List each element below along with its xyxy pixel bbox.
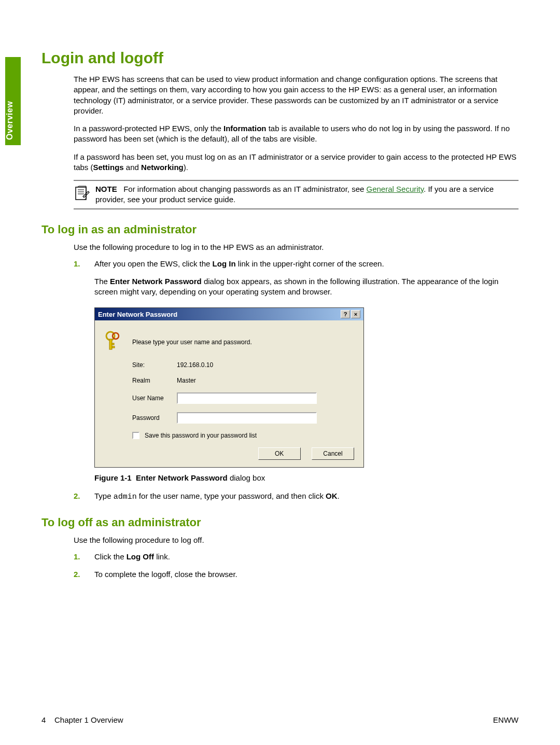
login-step-1: After you open the EWS, click the Log In…: [74, 259, 519, 298]
footer-left: 4 Chapter 1 Overview: [41, 715, 123, 724]
intro-p1: The HP EWS has screens that can be used …: [74, 74, 519, 116]
dialog-titlebar: Enter Network Password ? ×: [95, 308, 363, 320]
login-step1b: Log In: [213, 259, 236, 268]
caption-rest: dialog box: [228, 473, 265, 482]
caption-fig: Figure 1-1: [94, 473, 132, 482]
login-step1c: link in the upper-right corner of the sc…: [236, 259, 384, 268]
logoff-step1a: Click the: [94, 552, 127, 561]
help-button[interactable]: ?: [341, 310, 350, 318]
site-label: Site:: [132, 361, 177, 369]
page-number: 4: [41, 715, 46, 724]
login-step1suba: The: [94, 277, 110, 286]
intro-p3e: ).: [184, 163, 188, 172]
caption-bold: Enter Network Password: [136, 473, 228, 482]
intro-p3b: Settings: [93, 163, 124, 172]
password-label: Password: [132, 414, 177, 421]
page-title: Login and logoff: [41, 49, 519, 67]
login-step1a: After you open the EWS, click the: [94, 259, 213, 268]
logoff-step-1: Click the Log Off link.: [74, 552, 519, 562]
intro-p2b: Information: [223, 124, 267, 133]
dialog-prompt: Please type your user name and password.: [132, 339, 252, 346]
logoff-step-2: To complete the logoff, close the browse…: [74, 569, 519, 580]
intro-p2a: In a password-protected HP EWS, only the: [74, 124, 223, 133]
username-label: User Name: [132, 395, 177, 402]
logoff-step1c: link.: [154, 552, 170, 561]
note-text: NOTE For information about changing pass…: [95, 184, 519, 205]
logoff-step1b: Log Off: [127, 552, 154, 561]
note-icon: [74, 185, 90, 203]
save-password-checkbox[interactable]: [132, 432, 139, 439]
login-step2a: Type: [94, 491, 114, 500]
figure-caption: Figure 1-1 Enter Network Password dialog…: [94, 473, 519, 483]
login-step2c: for the user name, type your password, a…: [137, 491, 326, 500]
login-step-2: Type admin for the user name, type your …: [74, 491, 519, 502]
dialog-body: Please type your user name and password.…: [95, 320, 363, 467]
dialog-title-text: Enter Network Password: [98, 311, 340, 318]
svg-rect-6: [109, 339, 112, 349]
login-heading: To log in as an administrator: [41, 223, 519, 236]
intro-p3c: and: [124, 163, 141, 172]
username-input[interactable]: [177, 392, 317, 404]
ok-button[interactable]: OK: [258, 447, 301, 460]
site-value: 192.168.0.10: [177, 361, 354, 369]
close-button[interactable]: ×: [351, 310, 360, 318]
intro-p2: In a password-protected HP EWS, only the…: [74, 123, 519, 145]
logoff-heading: To log off as an administrator: [41, 516, 519, 529]
chapter-label: Chapter 1 Overview: [54, 715, 123, 724]
page-content: Login and logoff The HP EWS has screens …: [41, 49, 519, 587]
intro-p3d: Networking: [141, 163, 184, 172]
svg-rect-0: [76, 187, 86, 200]
login-step2e: .: [338, 491, 340, 500]
login-steps-cont: Type admin for the user name, type your …: [74, 491, 519, 502]
intro-p3: If a password has been set, you must log…: [74, 152, 519, 173]
note-block: NOTE For information about changing pass…: [74, 180, 519, 209]
logoff-steps: Click the Log Off link. To complete the …: [74, 552, 519, 580]
login-intro: Use the following procedure to log in to…: [74, 243, 519, 251]
svg-point-5: [113, 333, 119, 339]
login-step1-sub: The Enter Network Password dialog box ap…: [94, 276, 519, 298]
enter-network-password-dialog: Enter Network Password ? × Please type y…: [94, 307, 364, 468]
note-label: NOTE: [95, 185, 117, 193]
page-footer: 4 Chapter 1 Overview ENWW: [41, 715, 519, 724]
save-password-label: Save this password in your password list: [145, 432, 257, 439]
side-tab-overview: Overview: [5, 57, 21, 145]
footer-right: ENWW: [493, 715, 519, 724]
general-security-link[interactable]: General Security: [367, 185, 424, 193]
cancel-button[interactable]: Cancel: [312, 447, 354, 460]
login-steps: After you open the EWS, click the Log In…: [74, 259, 519, 298]
svg-rect-8: [112, 343, 114, 345]
realm-label: Realm: [132, 377, 177, 384]
note-texta: For information about changing passwords…: [123, 185, 366, 193]
login-step2b: admin: [114, 493, 137, 501]
svg-rect-7: [112, 346, 115, 348]
login-step2d: OK: [326, 491, 338, 500]
password-input[interactable]: [177, 412, 317, 424]
logoff-intro: Use the following procedure to log off.: [74, 536, 519, 544]
realm-value: Master: [177, 377, 354, 384]
login-step1subb: Enter Network Password: [110, 277, 202, 286]
key-icon: [104, 331, 132, 353]
